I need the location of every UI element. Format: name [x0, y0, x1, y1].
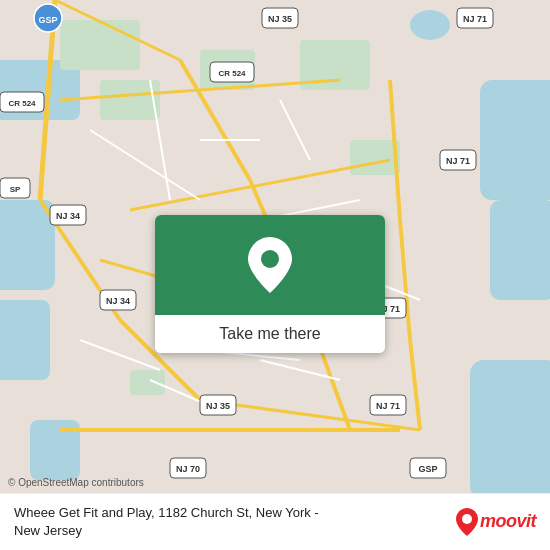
moovit-brand-text: moovit — [480, 511, 536, 532]
svg-line-7 — [400, 220, 410, 340]
location-pin-icon — [246, 237, 294, 293]
svg-line-24 — [80, 340, 160, 370]
svg-line-18 — [280, 100, 310, 160]
svg-text:NJ 35: NJ 35 — [268, 14, 292, 24]
take-me-there-button[interactable]: Take me there — [155, 215, 385, 353]
svg-text:GSP: GSP — [38, 15, 57, 25]
svg-line-15 — [90, 130, 200, 200]
svg-text:SP: SP — [10, 185, 21, 194]
map-container: GSP NJ 71 NJ 35 CR 524 CR 524 SP NJ 34 N… — [0, 0, 550, 550]
svg-text:NJ 35: NJ 35 — [206, 401, 230, 411]
svg-line-6 — [390, 80, 400, 220]
svg-text:NJ 70: NJ 70 — [176, 464, 200, 474]
moovit-pin-icon — [456, 508, 478, 536]
button-green-area — [155, 215, 385, 315]
svg-text:NJ 34: NJ 34 — [106, 296, 130, 306]
svg-text:GSP: GSP — [418, 464, 437, 474]
svg-point-57 — [462, 514, 472, 524]
take-me-there-label: Take me there — [155, 315, 385, 353]
svg-line-11 — [55, 0, 180, 60]
place-name: Wheee Get Fit and Play, 1182 Church St, … — [14, 505, 319, 538]
svg-text:NJ 34: NJ 34 — [56, 211, 80, 221]
place-info: Wheee Get Fit and Play, 1182 Church St, … — [14, 504, 448, 540]
svg-text:CR 524: CR 524 — [218, 69, 246, 78]
info-bar: Wheee Get Fit and Play, 1182 Church St, … — [0, 493, 550, 550]
svg-text:NJ 71: NJ 71 — [376, 401, 400, 411]
moovit-logo: moovit — [456, 508, 536, 536]
svg-text:CR 524: CR 524 — [8, 99, 36, 108]
svg-line-16 — [150, 80, 170, 200]
svg-text:NJ 71: NJ 71 — [446, 156, 470, 166]
map-attribution: © OpenStreetMap contributors — [8, 477, 144, 488]
svg-point-56 — [261, 250, 279, 268]
svg-line-8 — [410, 340, 420, 430]
svg-text:NJ 71: NJ 71 — [463, 14, 487, 24]
